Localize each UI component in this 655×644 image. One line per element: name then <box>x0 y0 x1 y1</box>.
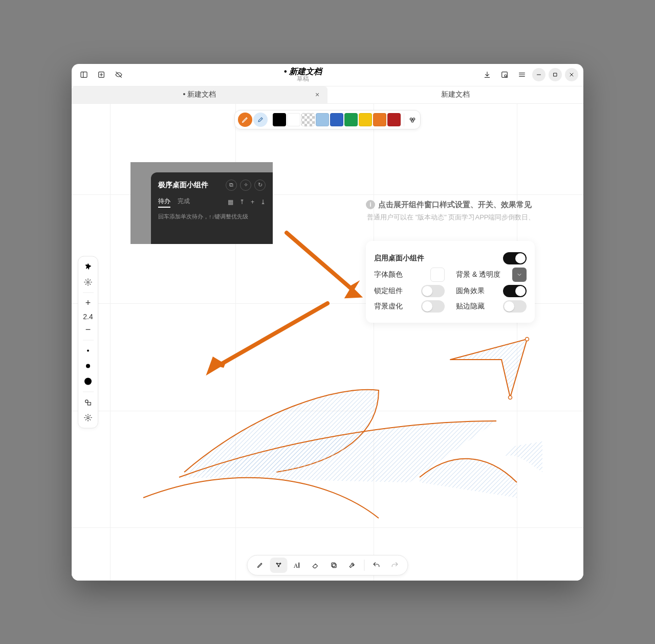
tab-label: 新建文档 <box>441 90 470 99</box>
color-swatch-yellow[interactable] <box>359 113 372 126</box>
widget-tab-pending: 待办 <box>158 197 170 208</box>
close-window-button[interactable] <box>565 68 578 81</box>
color-swatch-transparent[interactable] <box>301 113 315 126</box>
color-swatch-black[interactable] <box>273 113 286 126</box>
download-button[interactable] <box>480 68 494 82</box>
refresh-icon: ↻ <box>254 180 266 191</box>
highlighter-tool-button[interactable] <box>253 113 268 127</box>
brush-tool-button[interactable] <box>252 558 269 573</box>
info-subtext: 普通用户可以在 "版本动态" 页面学习APP端同步倒数日、 <box>367 213 559 222</box>
color-swatch-white[interactable] <box>287 113 300 126</box>
stroke-size-small[interactable] <box>80 343 96 358</box>
stroke-size-medium[interactable] <box>80 359 96 373</box>
bottom-toolbar: A <box>247 555 408 575</box>
duplicate-button[interactable] <box>325 558 343 573</box>
svg-marker-16 <box>210 360 224 371</box>
color-toolbar <box>234 110 421 129</box>
svg-point-7 <box>411 120 413 122</box>
maximize-window-button[interactable] <box>549 68 562 81</box>
svg-rect-23 <box>299 562 300 568</box>
color-picker-button[interactable] <box>404 113 417 126</box>
svg-point-18 <box>509 395 512 399</box>
preview-button[interactable] <box>497 68 512 82</box>
left-dock: + 2.4 − <box>78 256 98 428</box>
tab-strip: • 新建文档 × 新建文档 <box>72 86 583 104</box>
color-swatch-green[interactable] <box>344 113 358 126</box>
background-dropdown[interactable] <box>512 268 527 282</box>
widget-tab-done: 完成 <box>178 197 190 208</box>
stroke-size-large[interactable] <box>80 374 96 388</box>
widget-header-icons: ⧉ ✧ ↻ <box>226 180 266 191</box>
color-swatch-orange[interactable] <box>373 113 386 126</box>
info-icon: i <box>366 200 375 209</box>
grid-line <box>72 411 583 411</box>
embedded-image-widget[interactable]: 极序桌面小组件 ⧉ ✧ ↻ 待办 完成 ▦ ⤒ + ⤓ <box>130 162 273 244</box>
svg-rect-0 <box>81 72 87 78</box>
settings-button[interactable] <box>80 410 96 425</box>
download-icon: ⤓ <box>260 198 266 206</box>
widget-note: 回车添加单次待办，↑↓键调整优先级 <box>158 213 266 220</box>
font-color-label: 字体颜色 <box>374 270 403 279</box>
background-label: 背景 & 透明度 <box>456 270 500 279</box>
dockhide-label: 贴边隐藏 <box>456 302 485 311</box>
select-tool-button[interactable] <box>270 558 288 573</box>
shapes-button[interactable] <box>80 395 96 409</box>
color-swatch-red[interactable] <box>387 113 401 126</box>
color-swatch-lightblue[interactable] <box>316 113 329 126</box>
svg-line-13 <box>287 233 351 288</box>
canvas-area[interactable]: + 2.4 − 极序桌面小组件 ⧉ ✧ <box>72 104 583 581</box>
grid-line <box>517 104 517 581</box>
tab-document-1[interactable]: • 新建文档 × <box>72 86 328 103</box>
redo-button[interactable] <box>386 558 404 573</box>
visibility-button[interactable] <box>112 68 126 82</box>
tab-document-2[interactable]: 新建文档 <box>328 86 583 103</box>
tab-close-button[interactable]: × <box>312 90 322 100</box>
minimize-window-button[interactable] <box>532 68 545 81</box>
document-subtitle: 草稿 <box>126 76 480 82</box>
svg-point-6 <box>412 118 414 120</box>
pencil-tool-button[interactable] <box>238 113 252 127</box>
upload-icon: ⤒ <box>239 198 245 206</box>
svg-point-8 <box>87 281 89 283</box>
enable-widget-label: 启用桌面小组件 <box>374 254 424 263</box>
blur-toggle[interactable] <box>421 300 445 313</box>
undo-button[interactable] <box>368 558 385 573</box>
tools-button[interactable] <box>344 558 361 573</box>
eraser-tool-button[interactable] <box>307 558 324 573</box>
svg-point-5 <box>410 118 412 120</box>
svg-rect-4 <box>554 73 557 76</box>
zoom-out-button[interactable]: − <box>80 322 96 337</box>
widget-title: 极序桌面小组件 <box>158 181 208 190</box>
svg-text:A: A <box>294 562 298 569</box>
round-label: 圆角效果 <box>456 286 485 296</box>
zoom-value: 2.4 <box>83 311 93 321</box>
menu-button[interactable] <box>515 68 529 82</box>
color-swatch-blue[interactable] <box>330 113 343 126</box>
pin-button[interactable] <box>80 259 96 274</box>
enable-widget-toggle[interactable] <box>503 252 527 264</box>
text-tool-button[interactable]: A <box>289 558 306 573</box>
grid-line <box>72 527 583 528</box>
round-toggle[interactable] <box>503 285 527 297</box>
font-color-picker[interactable] <box>430 268 445 282</box>
panel-toggle-button[interactable] <box>77 68 91 82</box>
settings-panel[interactable]: 启用桌面小组件 字体颜色 背景 & 透明度 锁定组件 <box>366 241 535 323</box>
lock-toggle[interactable] <box>421 285 445 297</box>
new-document-button[interactable] <box>94 68 108 82</box>
info-banner: i 点击展开组件窗口样式设置、开关、效果常见 普通用户可以在 "版本动态" 页面… <box>366 200 559 222</box>
widget-card: 极序桌面小组件 ⧉ ✧ ↻ 待办 完成 ▦ ⤒ + ⤓ <box>151 172 273 244</box>
plus-icon: + <box>251 198 254 206</box>
grid-line <box>374 104 374 581</box>
zoom-in-button[interactable]: + <box>80 296 96 310</box>
settings-pin-button[interactable] <box>80 275 96 289</box>
app-window: 新建文档 草稿 • 新建文档 <box>72 64 583 581</box>
svg-rect-24 <box>333 564 336 567</box>
dockhide-toggle[interactable] <box>503 300 527 313</box>
copy-icon: ⧉ <box>226 180 237 191</box>
svg-rect-25 <box>332 563 335 566</box>
svg-rect-10 <box>88 402 91 405</box>
pin-icon: ✧ <box>240 180 251 191</box>
svg-line-15 <box>220 303 328 365</box>
calendar-icon: ▦ <box>228 198 233 206</box>
svg-point-17 <box>526 337 529 341</box>
